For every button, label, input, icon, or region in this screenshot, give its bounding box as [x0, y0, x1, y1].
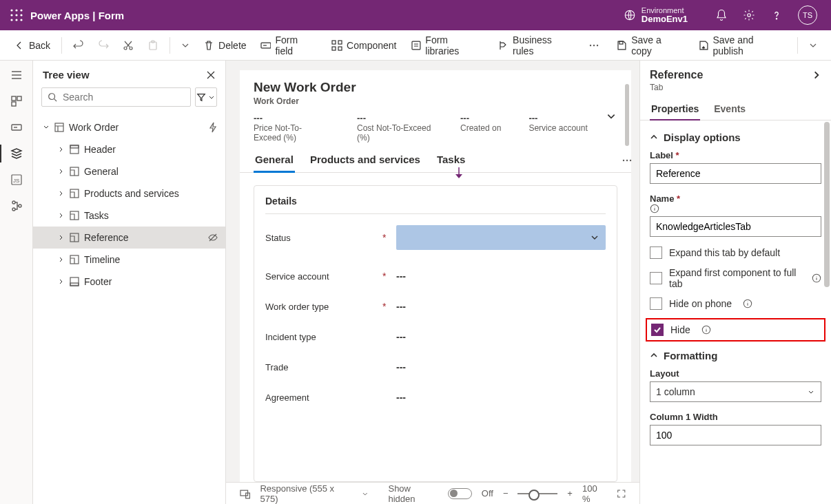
flow-rail-icon[interactable]	[10, 200, 23, 212]
expand-default-checkbox[interactable]: Expand this tab by default	[650, 246, 821, 259]
props-tab-properties[interactable]: Properties	[650, 98, 700, 120]
tree-rail-icon[interactable]	[10, 147, 23, 160]
section-formatting[interactable]: Formatting	[650, 350, 821, 361]
svg-point-47	[626, 160, 628, 161]
zoom-in-button[interactable]: +	[567, 488, 573, 498]
svg-point-6	[10, 19, 12, 21]
show-hidden-label: Show hidden	[388, 483, 438, 504]
svg-rect-28	[12, 102, 16, 106]
drop-indicator-icon	[453, 167, 464, 178]
search-field[interactable]	[61, 91, 185, 103]
responsive-label[interactable]: Responsive (555 x 575)	[260, 483, 351, 504]
filter-button[interactable]	[195, 87, 217, 107]
prop-name-input[interactable]	[650, 216, 821, 237]
svg-point-4	[15, 14, 17, 16]
search-input[interactable]	[41, 87, 191, 107]
tree-node-timeline[interactable]: Timeline	[33, 249, 225, 271]
props-collapse-icon[interactable]	[812, 70, 821, 80]
field-rail-icon[interactable]	[10, 121, 23, 134]
svg-point-3	[10, 14, 12, 16]
svg-rect-25	[619, 41, 623, 44]
expand-full-checkbox[interactable]: Expand first component to full tab	[650, 267, 821, 289]
props-tab-events[interactable]: Events	[712, 98, 747, 120]
waffle-icon[interactable]	[10, 8, 23, 22]
field-row-service-account[interactable]: Service account*---	[265, 271, 606, 282]
form-tab-general[interactable]: General	[254, 147, 295, 172]
env-label: Environment	[642, 6, 688, 14]
delete-button[interactable]: Delete	[198, 37, 252, 54]
tree-node-reference[interactable]: Reference	[33, 227, 225, 249]
business-rules-button[interactable]: Business rules	[492, 32, 580, 59]
tree-node-header[interactable]: Header	[33, 138, 225, 160]
tree-node-footer[interactable]: Footer	[33, 271, 225, 293]
svg-point-32	[12, 201, 15, 204]
tree-root[interactable]: Work Order	[33, 116, 225, 138]
layout-lbl: Layout	[650, 368, 821, 379]
info-icon	[812, 273, 821, 283]
js-rail-icon[interactable]: JS	[10, 174, 23, 186]
col-width-input[interactable]	[650, 425, 821, 445]
field-row-agreement[interactable]: Agreement---	[265, 392, 606, 403]
svg-point-34	[19, 204, 21, 207]
svg-rect-27	[17, 96, 21, 101]
form-field-button[interactable]: Form field	[255, 32, 324, 59]
component-button[interactable]: Component	[326, 37, 402, 54]
more-split-button[interactable]	[176, 39, 195, 52]
show-hidden-toggle[interactable]	[448, 488, 472, 499]
svg-point-22	[590, 44, 591, 45]
svg-rect-36	[55, 123, 63, 132]
prop-label-input[interactable]	[650, 163, 821, 184]
info-icon	[701, 325, 711, 335]
tree-node-tasks[interactable]: Tasks	[33, 204, 225, 227]
toggle-off-label: Off	[482, 488, 493, 498]
field-row-trade[interactable]: Trade---	[265, 361, 606, 372]
zoom-slider[interactable]	[517, 493, 557, 494]
tree-node-products[interactable]: Products and services	[33, 182, 225, 204]
help-icon[interactable]	[770, 9, 783, 21]
cut-button[interactable]	[117, 37, 139, 54]
notifications-icon[interactable]	[715, 9, 728, 21]
section-display-options[interactable]: Display options	[650, 132, 821, 143]
zoom-out-button[interactable]: −	[503, 488, 509, 498]
svg-point-24	[597, 44, 598, 45]
overflow-button[interactable]	[583, 37, 605, 54]
form-tab-products-and-services[interactable]: Products and services	[309, 147, 422, 172]
save-publish-button[interactable]: Save and publish	[692, 32, 792, 59]
redo-button[interactable]	[92, 37, 114, 54]
svg-rect-14	[150, 42, 156, 50]
svg-point-8	[20, 19, 22, 21]
close-icon[interactable]	[206, 70, 216, 80]
svg-point-23	[593, 44, 595, 45]
undo-button[interactable]	[68, 37, 90, 54]
avatar[interactable]: TS	[798, 6, 817, 25]
layout-select[interactable]: 1 column	[650, 381, 821, 402]
svg-point-1	[15, 9, 17, 11]
summary-expand-icon[interactable]	[606, 112, 616, 121]
paste-button[interactable]	[142, 37, 164, 54]
zoom-fit-icon[interactable]	[617, 489, 626, 498]
svg-rect-20	[338, 47, 342, 50]
back-button[interactable]: Back	[8, 37, 56, 54]
prop-label-lbl: Label	[650, 150, 673, 160]
field-row-status[interactable]: Status*	[265, 225, 606, 250]
env-value: DemoEnv1	[642, 14, 688, 24]
hide-checkbox[interactable]: Hide	[651, 324, 819, 336]
lightning-icon	[207, 122, 218, 133]
components-rail-icon[interactable]	[10, 95, 23, 107]
form-subtitle: Work Order	[254, 96, 617, 106]
environment-picker[interactable]: Environment DemoEnv1	[624, 6, 688, 24]
tab-overflow-icon[interactable]	[622, 155, 633, 166]
field-row-incident-type[interactable]: Incident type---	[265, 331, 606, 342]
responsive-chevron[interactable]	[361, 490, 369, 498]
form-libraries-button[interactable]: Form libraries	[405, 32, 490, 59]
hide-phone-checkbox[interactable]: Hide on phone	[650, 297, 821, 310]
save-copy-button[interactable]: Save a copy	[611, 32, 689, 59]
save-publish-chevron[interactable]	[803, 39, 823, 52]
props-scrollbar[interactable]	[824, 122, 830, 287]
settings-icon[interactable]	[743, 9, 755, 21]
svg-rect-45	[70, 283, 79, 286]
svg-rect-17	[332, 41, 336, 44]
field-row-work-order-type[interactable]: Work order type*---	[265, 301, 606, 312]
hamburger-icon[interactable]	[10, 69, 23, 81]
tree-node-general[interactable]: General	[33, 160, 225, 182]
